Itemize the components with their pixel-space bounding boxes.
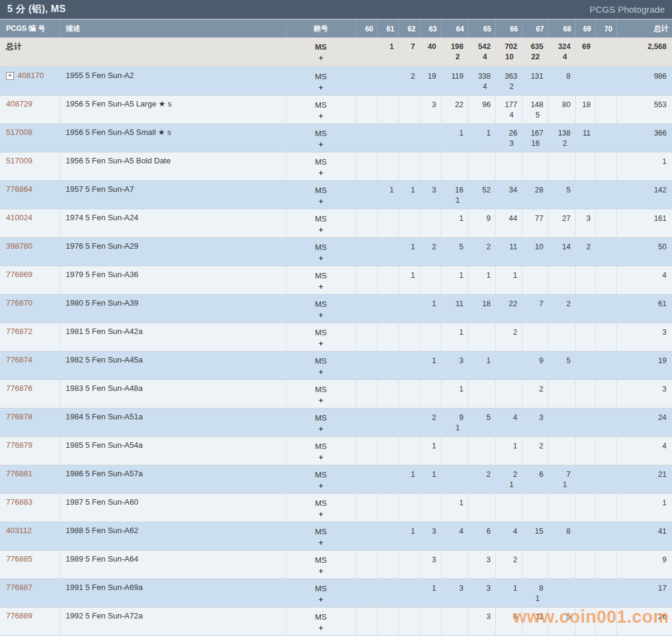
pcgs-number-link[interactable]: 408170: [18, 71, 44, 80]
pcgs-number-link[interactable]: 776889: [6, 611, 32, 620]
pcgs-number-link[interactable]: 776874: [6, 355, 32, 364]
title-bar: 5 分 (铝), MS PCGS Photograde: [0, 0, 672, 20]
grade-61-cell: [377, 465, 398, 493]
pcgs-number-cell: 517009: [0, 152, 59, 180]
grade-67-cell: 10: [522, 237, 548, 266]
grade-69-cell: [575, 436, 595, 465]
grade-count: 1: [496, 583, 522, 594]
pcgs-number-link[interactable]: 776879: [6, 441, 32, 450]
pcgs-number-link[interactable]: 410024: [6, 213, 32, 222]
col-header-61: 61: [377, 20, 398, 38]
grade-68-cell: [548, 550, 575, 579]
pcgs-number-link[interactable]: 776869: [6, 270, 32, 279]
grade-61-cell: [377, 408, 398, 436]
row-total-cell: 4: [616, 266, 672, 294]
grade-62-cell: [398, 152, 420, 180]
grade-62-cell: [398, 408, 420, 436]
grade-count: 198: [441, 41, 468, 52]
grade-64-cell: 5: [441, 237, 468, 266]
grade-65-cell: 18: [468, 294, 495, 323]
designation-plus-label: +: [286, 82, 356, 93]
grade-65-cell: 1: [468, 266, 495, 294]
photograde-link[interactable]: PCGS Photograde: [590, 4, 665, 15]
grade-60-cell: [356, 408, 377, 436]
grade-count: 324: [548, 41, 575, 52]
grade-62-cell: 1: [398, 465, 420, 493]
grade-65-cell: [468, 379, 495, 408]
table-row: 7768701980 5 Fen Sun-A39MS+11118227261: [0, 294, 672, 323]
grade-plus-count: 2: [496, 82, 522, 92]
grade-count: 1: [420, 355, 441, 366]
grade-count: 40: [420, 41, 441, 52]
coin-description: 1956 5 Fen Sun-A5 Small ★ s: [59, 123, 286, 152]
grade-62-cell: 7: [398, 38, 420, 67]
grade-61-cell: [377, 323, 398, 351]
grade-70-cell: [595, 152, 616, 180]
expand-icon[interactable]: +: [6, 72, 14, 80]
grade-68-cell: 5: [548, 180, 575, 209]
pcgs-number-cell: 776887: [0, 579, 59, 607]
grade-68-cell: [548, 408, 575, 436]
col-header-67: 67: [522, 20, 548, 38]
pcgs-number-link[interactable]: 517008: [6, 128, 32, 137]
grade-66-cell: [495, 493, 522, 522]
pcgs-number-cell: 776864: [0, 180, 59, 209]
designation-cell: MS+: [286, 67, 356, 95]
pcgs-number-link[interactable]: 776876: [6, 384, 32, 393]
row-total-cell: 24: [616, 408, 672, 436]
grade-64-cell: 4: [441, 522, 468, 550]
grade-count: 1: [441, 497, 468, 508]
grade-65-cell: 5: [468, 408, 495, 436]
grade-66-cell: 6: [495, 607, 522, 635]
grade-64-cell: 1: [441, 379, 468, 408]
grade-62-cell: 1: [398, 266, 420, 294]
designation-plus-label: +: [286, 111, 356, 122]
designation-label: MS: [286, 469, 356, 480]
grade-count: 11: [496, 241, 522, 252]
grade-67-cell: 11: [522, 607, 548, 635]
pcgs-number-link[interactable]: 776878: [6, 412, 32, 421]
pcgs-number-link[interactable]: 776887: [6, 583, 32, 592]
pcgs-number-link[interactable]: 776883: [6, 497, 32, 507]
grade-70-cell: [595, 493, 616, 522]
table-row: 7768641957 5 Fen Sun-A7MS+11316152342851…: [0, 180, 672, 209]
pcgs-number-link[interactable]: 776885: [6, 554, 32, 563]
designation-cell: MS+: [286, 436, 356, 465]
grade-count: 5: [548, 611, 575, 622]
grade-60-cell: [356, 123, 377, 152]
pcgs-number-cell: 398780: [0, 237, 59, 266]
designation-plus-label: +: [286, 281, 356, 292]
designation-label: MS: [286, 213, 356, 225]
grade-66-cell: 2: [495, 323, 522, 351]
pcgs-number-link[interactable]: 776870: [6, 298, 32, 307]
grade-65-cell: [468, 323, 495, 351]
designation-plus-label: +: [286, 310, 356, 321]
grade-62-cell: [398, 294, 420, 323]
grade-count: 5: [548, 355, 575, 366]
pcgs-number-link[interactable]: 398780: [6, 241, 32, 251]
pcgs-number-link[interactable]: 776872: [6, 327, 32, 336]
grade-count: 177: [496, 99, 522, 110]
col-header-pcgs-number: PCGS 编 号: [0, 20, 59, 38]
pcgs-number-cell: 403112: [0, 522, 59, 550]
pcgs-number-link[interactable]: 403112: [6, 526, 31, 535]
grade-64-cell: 1: [441, 323, 468, 351]
grade-64-cell: [441, 436, 468, 465]
grade-66-cell: 2: [495, 550, 522, 579]
grade-67-cell: 63522: [522, 38, 548, 67]
pcgs-number-link[interactable]: 776881: [6, 469, 32, 478]
grade-65-cell: [468, 152, 495, 180]
designation-label: MS: [286, 554, 356, 566]
grade-60-cell: [356, 67, 377, 95]
grade-count: 28: [522, 185, 548, 195]
pcgs-number-link[interactable]: 776864: [6, 185, 32, 194]
designation-label: MS: [286, 99, 356, 111]
pcgs-number-link[interactable]: 408729: [6, 99, 32, 108]
pcgs-population-report: 5 分 (铝), MS PCGS Photograde PCGS 编 号 描述 …: [0, 0, 672, 636]
grade-count: 9: [522, 355, 548, 366]
designation-cell: MS+: [286, 493, 356, 522]
grade-68-cell: [548, 152, 575, 180]
grade-64-cell: 1: [441, 209, 468, 237]
table-row: 7768781984 5 Fen Sun-A51aMS+29154324: [0, 408, 672, 436]
pcgs-number-link[interactable]: 517009: [6, 156, 32, 165]
